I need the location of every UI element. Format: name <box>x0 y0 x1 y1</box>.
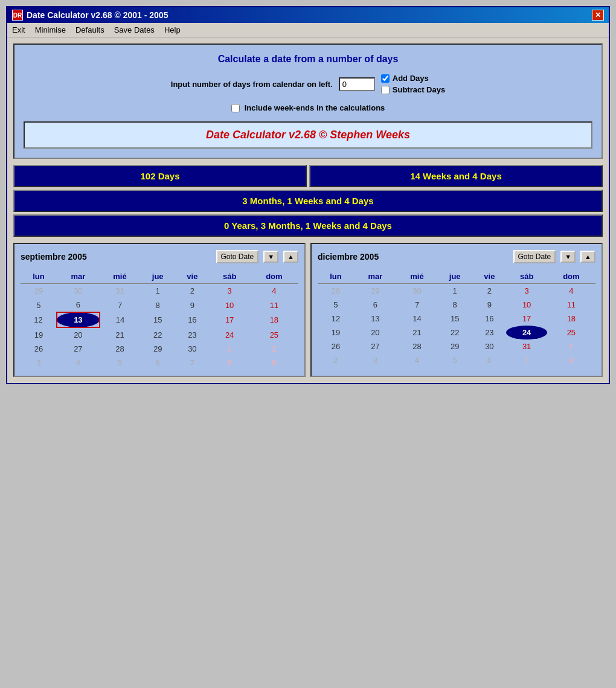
calendar-day[interactable]: 23 <box>472 326 506 339</box>
calendar-day[interactable]: 28 <box>318 284 354 298</box>
calendar-day[interactable]: 13 <box>354 312 397 326</box>
calendar-day[interactable]: 19 <box>318 326 354 339</box>
days-input[interactable] <box>339 77 375 91</box>
calendar-day[interactable]: 2 <box>250 342 298 356</box>
calendar-day[interactable]: 15 <box>437 312 472 326</box>
calendar-day[interactable]: 29 <box>21 284 57 298</box>
calendar-day[interactable]: 9 <box>175 298 209 312</box>
calendar-day[interactable]: 14 <box>397 312 437 326</box>
menu-help[interactable]: Help <box>164 25 181 34</box>
calendar-day[interactable]: 7 <box>506 353 547 367</box>
weekends-checkbox[interactable] <box>231 104 240 112</box>
calendar-day[interactable]: 25 <box>547 326 595 339</box>
calendar-day[interactable]: 29 <box>437 339 472 353</box>
menu-exit[interactable]: Exit <box>12 25 25 34</box>
calendar-day[interactable]: 24 <box>506 326 547 339</box>
calendar-day[interactable]: 30 <box>175 342 209 356</box>
calendar-day[interactable]: 31 <box>100 284 140 298</box>
calendar-day[interactable]: 3 <box>21 356 57 370</box>
calendar-day[interactable]: 12 <box>318 312 354 326</box>
calendar-day[interactable]: 5 <box>437 353 472 367</box>
calendar-day[interactable]: 7 <box>175 356 209 370</box>
calendar-day[interactable]: 14 <box>100 312 140 327</box>
calendar-day[interactable]: 30 <box>57 284 100 298</box>
calendar-day[interactable]: 1 <box>140 284 175 298</box>
calendar-day[interactable]: 10 <box>209 298 249 312</box>
calendar-day[interactable]: 3 <box>209 284 249 298</box>
calendar-day[interactable]: 17 <box>506 312 547 326</box>
calendar-day[interactable]: 10 <box>506 298 547 312</box>
calendar-day[interactable]: 16 <box>175 312 209 327</box>
calendar-day[interactable]: 2 <box>175 284 209 298</box>
calendar-day[interactable]: 8 <box>209 356 249 370</box>
calendar-day[interactable]: 28 <box>397 339 437 353</box>
calendar-day[interactable]: 26 <box>21 342 57 356</box>
calendar-day[interactable]: 26 <box>318 339 354 353</box>
calendar-day[interactable]: 6 <box>57 298 100 312</box>
calendar-day[interactable]: 29 <box>140 342 175 356</box>
calendar-day[interactable]: 30 <box>397 284 437 298</box>
calendar-day[interactable]: 8 <box>437 298 472 312</box>
calendar-day[interactable]: 11 <box>250 298 298 312</box>
calendar-day[interactable]: 25 <box>250 327 298 342</box>
calendar-day[interactable]: 6 <box>472 353 506 367</box>
calendar-day[interactable]: 24 <box>209 327 249 342</box>
calendar-day[interactable]: 21 <box>100 327 140 342</box>
subtract-days-checkbox[interactable] <box>381 86 390 94</box>
menu-minimise[interactable]: Minimise <box>35 25 66 34</box>
calendar-day[interactable]: 9 <box>250 356 298 370</box>
calendar-day[interactable]: 31 <box>506 339 547 353</box>
calendar-day[interactable]: 23 <box>175 327 209 342</box>
calendar-day[interactable]: 6 <box>354 298 397 312</box>
calendar-right-next[interactable]: ▲ <box>580 251 595 263</box>
calendar-day[interactable]: 16 <box>472 312 506 326</box>
calendar-day[interactable]: 2 <box>318 353 354 367</box>
calendar-day[interactable]: 5 <box>100 356 140 370</box>
calendar-day[interactable]: 22 <box>437 326 472 339</box>
calendar-day[interactable]: 3 <box>354 353 397 367</box>
calendar-day[interactable]: 30 <box>472 339 506 353</box>
calendar-day[interactable]: 18 <box>250 312 298 327</box>
calendar-day[interactable]: 12 <box>21 312 57 327</box>
calendar-day[interactable]: 5 <box>21 298 57 312</box>
calendar-left-prev[interactable]: ▼ <box>263 251 278 263</box>
calendar-day[interactable]: 6 <box>140 356 175 370</box>
calendar-right-prev[interactable]: ▼ <box>560 251 576 263</box>
close-button[interactable]: ✕ <box>592 10 604 21</box>
calendar-day[interactable]: 5 <box>318 298 354 312</box>
calendar-day[interactable]: 9 <box>472 298 506 312</box>
calendar-day[interactable]: 1 <box>209 342 249 356</box>
calendar-day[interactable]: 27 <box>354 339 397 353</box>
calendar-day[interactable]: 1 <box>437 284 472 298</box>
calendar-right-goto[interactable]: Goto Date <box>513 250 556 263</box>
calendar-day[interactable]: 7 <box>100 298 140 312</box>
menu-defaults[interactable]: Defaults <box>75 25 104 34</box>
add-days-checkbox[interactable] <box>381 74 390 83</box>
calendar-day[interactable]: 28 <box>100 342 140 356</box>
calendar-day[interactable]: 3 <box>506 284 547 298</box>
calendar-day[interactable]: 4 <box>57 356 100 370</box>
calendar-day[interactable]: 13 <box>57 312 100 327</box>
calendar-day[interactable]: 1 <box>547 339 595 353</box>
calendar-day[interactable]: 21 <box>397 326 437 339</box>
calendar-day[interactable]: 4 <box>397 353 437 367</box>
calendar-day[interactable]: 20 <box>57 327 100 342</box>
calendar-day[interactable]: 4 <box>250 284 298 298</box>
calendar-day[interactable]: 17 <box>209 312 249 327</box>
calendar-day[interactable]: 29 <box>354 284 397 298</box>
calendar-day[interactable]: 8 <box>140 298 175 312</box>
calendar-day[interactable]: 2 <box>472 284 506 298</box>
calendar-day[interactable]: 4 <box>547 284 595 298</box>
calendar-day[interactable]: 27 <box>57 342 100 356</box>
calendar-day[interactable]: 8 <box>547 353 595 367</box>
calendar-day[interactable]: 19 <box>21 327 57 342</box>
calendar-day[interactable]: 15 <box>140 312 175 327</box>
calendar-left-next[interactable]: ▲ <box>283 251 298 263</box>
calendar-left-goto[interactable]: Goto Date <box>216 250 259 263</box>
calendar-day[interactable]: 22 <box>140 327 175 342</box>
calendar-day[interactable]: 11 <box>547 298 595 312</box>
calendar-day[interactable]: 18 <box>547 312 595 326</box>
calendar-day[interactable]: 20 <box>354 326 397 339</box>
menu-save-dates[interactable]: Save Dates <box>114 25 155 34</box>
calendar-day[interactable]: 7 <box>397 298 437 312</box>
